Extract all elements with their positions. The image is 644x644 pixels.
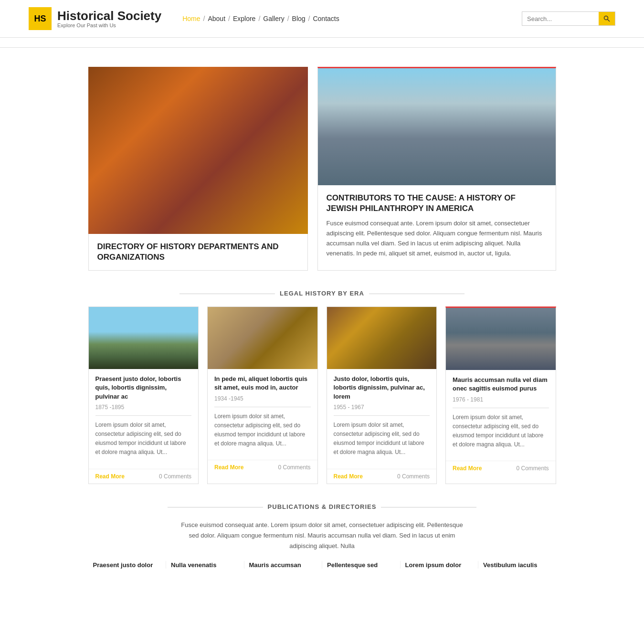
hero-right-image: [318, 68, 556, 185]
hero-right-title: CONTRIBUTORS TO THE CAUSE: A HISTORY OF …: [327, 193, 547, 214]
svg-line-1: [608, 20, 610, 22]
main-nav: Home / About / Explore / Gallery / Blog …: [180, 15, 522, 22]
card-4-image: [446, 308, 556, 370]
card-4-comments: 0 Comments: [516, 465, 549, 472]
search-button[interactable]: [599, 12, 615, 25]
publications-title: PUBLICATIONS & DIRECTORIES: [88, 503, 556, 510]
card-2-footer: Read More 0 Comments: [208, 460, 317, 475]
nav-about[interactable]: About: [208, 15, 225, 22]
hero-left-image: [88, 67, 308, 234]
card-4-readmore[interactable]: Read More: [453, 465, 482, 472]
pub-col-5-title: Lorem ipsum dolor: [405, 561, 462, 569]
nav-home[interactable]: Home: [182, 15, 200, 22]
card-3-desc: Lorem ipsum dolor sit amet, consectetur …: [334, 421, 430, 457]
card-2-year: 1934 -1945: [214, 395, 311, 402]
card-3-footer: Read More 0 Comments: [327, 469, 437, 484]
nav-blog[interactable]: Blog: [292, 15, 306, 22]
hero-right-description: Fusce euismod consequat ante. Lorem ipsu…: [327, 219, 547, 258]
card-3-body: Justo dolor, lobortis quis, lobortis dig…: [327, 369, 437, 468]
card-4-year: 1976 - 1981: [453, 396, 549, 403]
card-1-comments: 0 Comments: [159, 473, 191, 480]
hero-right-content: CONTRIBUTORS TO THE CAUSE: A HISTORY OF …: [318, 185, 556, 266]
card-2-readmore[interactable]: Read More: [214, 464, 243, 471]
pub-col-3-title: Mauris accumsan: [249, 561, 301, 569]
nav-contacts[interactable]: Contacts: [313, 15, 339, 22]
card-3-year: 1955 - 1967: [334, 404, 430, 411]
card-4-title: Mauris accumsan nulla vel diam onec sagi…: [453, 376, 549, 393]
card-4-body: Mauris accumsan nulla vel diam onec sagi…: [446, 370, 556, 461]
card-2-comments: 0 Comments: [278, 464, 310, 471]
pub-columns: Praesent justo dolor Nulla venenatis Mau…: [88, 561, 556, 569]
header: HS Historical Society Explore Our Past w…: [0, 0, 644, 38]
card-2-title: In pede mi, aliquet lobortis quis sit am…: [214, 375, 311, 392]
pub-col-6: Vestibulum iaculis: [478, 561, 556, 569]
card-3-title: Justo dolor, lobortis quis, lobortis dig…: [334, 375, 430, 401]
hero-left-title: DIRECTORY OF HISTORY DEPARTMENTS AND ORG…: [97, 242, 299, 263]
pub-col-4: Pellentesque sed: [322, 561, 401, 569]
card-1-footer: Read More 0 Comments: [89, 469, 199, 484]
pub-col-5: Lorem ipsum dolor: [401, 561, 479, 569]
card-2-body: In pede mi, aliquet lobortis quis sit am…: [208, 369, 317, 460]
card-1-desc: Lorem ipsum dolor sit amet, consectetur …: [95, 421, 192, 457]
nav-gallery[interactable]: Gallery: [263, 15, 284, 22]
card-2-image: [208, 307, 317, 369]
pub-col-6-title: Vestibulum iaculis: [483, 561, 537, 569]
card-3: Justo dolor, lobortis quis, lobortis dig…: [327, 306, 437, 484]
card-3-image: [327, 307, 437, 369]
section-legal-title: LEGAL HISTORY BY ERA: [88, 290, 556, 297]
nav-explore[interactable]: Explore: [233, 15, 255, 22]
cards-grid: Praesent justo dolor, lobortis quis, lob…: [88, 306, 556, 484]
search-bar: [522, 11, 615, 26]
pub-col-4-title: Pellentesque sed: [327, 561, 378, 569]
hero-left: DIRECTORY OF HISTORY DEPARTMENTS AND ORG…: [88, 67, 308, 271]
svg-point-0: [604, 16, 608, 20]
card-3-readmore[interactable]: Read More: [334, 473, 363, 480]
card-1: Praesent justo dolor, lobortis quis, lob…: [88, 306, 199, 484]
card-3-comments: 0 Comments: [397, 473, 430, 480]
logo-title: Historical Society: [57, 9, 161, 23]
card-2-desc: Lorem ipsum dolor sit amet, consectetur …: [214, 412, 311, 449]
card-4-footer: Read More 0 Comments: [446, 461, 556, 475]
pub-col-3: Mauris accumsan: [244, 561, 323, 569]
card-1-title: Praesent justo dolor, lobortis quis, lob…: [95, 375, 192, 401]
card-1-year: 1875 -1895: [95, 404, 192, 411]
card-4-desc: Lorem ipsum dolor sit amet, consectetur …: [453, 413, 549, 450]
main-content: DIRECTORY OF HISTORY DEPARTMENTS AND ORG…: [0, 57, 644, 592]
publications-section: PUBLICATIONS & DIRECTORIES Fusce euismod…: [88, 503, 556, 569]
card-4: Mauris accumsan nulla vel diam onec sagi…: [445, 306, 556, 484]
card-1-image: [89, 307, 199, 369]
publications-description: Fusce euismod consequat ante. Lorem ipsu…: [179, 520, 465, 551]
pub-col-2-title: Nulla venenatis: [171, 561, 216, 569]
card-1-readmore[interactable]: Read More: [95, 473, 125, 480]
card-2: In pede mi, aliquet lobortis quis sit am…: [207, 306, 318, 484]
hero-right: CONTRIBUTORS TO THE CAUSE: A HISTORY OF …: [317, 67, 556, 271]
pub-col-1-title: Praesent justo dolor: [93, 561, 153, 569]
logo[interactable]: HS Historical Society Explore Our Past w…: [29, 7, 161, 30]
logo-subtitle: Explore Our Past with Us: [57, 22, 161, 28]
search-input[interactable]: [522, 12, 599, 25]
hero-left-caption: DIRECTORY OF HISTORY DEPARTMENTS AND ORG…: [88, 234, 308, 271]
hero-section: DIRECTORY OF HISTORY DEPARTMENTS AND ORG…: [88, 67, 556, 271]
pub-col-2: Nulla venenatis: [166, 561, 244, 569]
card-1-body: Praesent justo dolor, lobortis quis, lob…: [89, 369, 199, 468]
logo-initials: HS: [29, 7, 52, 30]
pub-col-1: Praesent justo dolor: [88, 561, 167, 569]
